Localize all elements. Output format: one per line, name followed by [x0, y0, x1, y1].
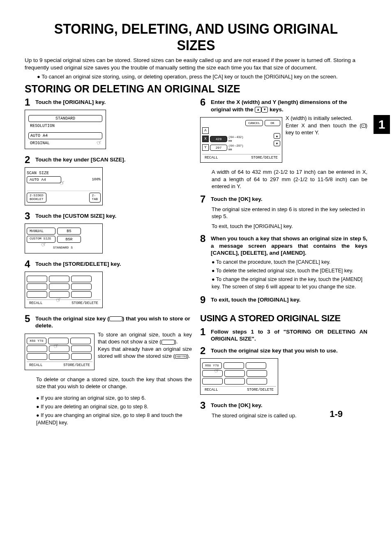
store-delete-label[interactable]: STORE/DELETE: [63, 363, 90, 367]
two-tab-button[interactable]: 2-TAB: [89, 193, 101, 203]
slot-button[interactable]: [49, 353, 69, 360]
stored-key-example: X68 Y78: [175, 355, 187, 359]
up-arrow-button[interactable]: ▲: [274, 133, 280, 139]
slot-button[interactable]: [70, 338, 91, 344]
blank-key-icon: [161, 340, 175, 345]
slot-button[interactable]: [71, 276, 92, 282]
a-box: A: [202, 127, 209, 134]
step-2-screen: SCAN SIZE AUTO A4 100% ☞ 2-SIDEDBOOKLET …: [25, 167, 103, 205]
u3-body: The stored original size is called up.: [212, 412, 367, 419]
b5-button[interactable]: B5: [57, 228, 81, 235]
stored-slot-button[interactable]: X68 Y78: [202, 362, 222, 369]
slot-button[interactable]: [49, 283, 69, 290]
u1-title: Follow steps 1 to 3 of "STORING OR DELET…: [211, 327, 367, 343]
ok-button[interactable]: OK: [265, 120, 280, 126]
slot-button[interactable]: [247, 370, 267, 377]
step-7-body1: The original size entered in step 6 is s…: [212, 206, 367, 220]
y-value: 297: [210, 145, 227, 151]
step-5-bul3: If you are changing an original size, go…: [36, 412, 192, 426]
recall-label[interactable]: RECALL: [29, 363, 42, 367]
resolution-label: RESOLUTION: [28, 124, 102, 131]
u3-title: Touch the [OK] key.: [211, 401, 263, 409]
recall-label[interactable]: RECALL: [205, 388, 218, 392]
step-7-number: 7: [200, 194, 208, 204]
step-6-title: Enter the X (width) and Y (length) dimen…: [211, 97, 367, 113]
step-7-title: Touch the [OK] key.: [211, 194, 263, 203]
step-5-title: Touch the original size key () that you …: [35, 314, 192, 329]
section-b-title: USING A STORED ORIGINAL SIZE: [200, 313, 367, 324]
step-1-screen: STANDARD RESOLUTION AUTO A4 ORIGINAL ☞: [25, 110, 106, 149]
step-3-screen: MANUAL B5 CUSTOM SIZE B5R STANDARD S ☞: [25, 223, 103, 253]
step-2-title: Touch the key under [SCAN SIZE].: [35, 155, 126, 164]
u2-screen: X68 Y78 RECALL STORE/DELETE ☞: [200, 358, 278, 395]
step-8-title: When you touch a key that shows an origi…: [211, 234, 367, 257]
percent-label: 100%: [92, 177, 101, 182]
chapter-tab: 1: [374, 115, 390, 134]
two-sided-button[interactable]: 2-SIDEDBOOKLET: [27, 193, 46, 203]
original-label: ORIGINAL: [28, 141, 102, 145]
step-8-number: 8: [200, 234, 208, 244]
b5r-button[interactable]: B5R: [57, 236, 81, 243]
slot-button[interactable]: [27, 345, 47, 352]
recall-label[interactable]: RECALL: [205, 156, 218, 160]
down-arrow-button[interactable]: ▼: [274, 140, 280, 146]
slot-button[interactable]: [27, 276, 47, 282]
scan-size-label: SCAN SIZE: [27, 171, 101, 175]
x-range: (64～432)mm: [228, 135, 243, 143]
cancel-button[interactable]: CANCEL: [245, 120, 263, 126]
stored-slot-button[interactable]: X68 Y78: [27, 338, 46, 344]
intro-paragraph: Up to 9 special original sizes can be st…: [25, 57, 367, 71]
slot-button[interactable]: [49, 276, 69, 282]
x-box[interactable]: X: [202, 136, 209, 142]
step-6-number: 6: [200, 97, 208, 107]
u1-number: 1: [200, 327, 208, 337]
auto-a4-button[interactable]: AUTO A4: [27, 176, 61, 183]
up-arrow-icon: ▲: [255, 107, 261, 113]
step-3-number: 3: [25, 211, 32, 221]
slot-button[interactable]: [202, 378, 223, 385]
u2-number: 2: [200, 346, 208, 356]
standard-label: STANDARD: [28, 115, 102, 122]
standard-s-label: STANDARD S: [53, 244, 73, 249]
slot-button[interactable]: [48, 338, 69, 344]
step-5-screen: X68 Y78 RECALL STORE/DELETE ☞: [25, 334, 95, 370]
y-range: (64～297)mm: [228, 144, 243, 151]
store-delete-label[interactable]: STORE/DELETE: [247, 388, 274, 392]
step-4-number: 4: [25, 259, 32, 269]
step-1-number: 1: [25, 97, 32, 107]
step-2-number: 2: [25, 155, 32, 165]
store-delete-label[interactable]: STORE/DELETE: [71, 301, 98, 305]
slot-button[interactable]: [224, 378, 245, 385]
slot-button[interactable]: [246, 362, 266, 369]
step-8-bul2: To delete the selected original size, to…: [212, 267, 367, 274]
x-value: 420: [210, 136, 227, 142]
slot-button[interactable]: [71, 283, 92, 290]
down-arrow-icon: ▼: [261, 107, 268, 113]
step-6-screen: CANCEL OK A X 420 (64～432)mm Y: [200, 117, 282, 163]
manual-button[interactable]: MANUAL: [27, 228, 55, 235]
slot-button[interactable]: [27, 283, 47, 290]
slot-button[interactable]: [224, 370, 245, 377]
u2-title: Touch the original size key that you wis…: [211, 346, 338, 355]
slot-button[interactable]: [27, 291, 47, 298]
y-key-icon: Y: [362, 124, 366, 128]
u3-number: 3: [200, 401, 208, 410]
step-9-number: 9: [200, 295, 208, 305]
slot-button[interactable]: [71, 353, 92, 360]
step-7-body2: To exit, touch the [ORIGINAL] key.: [212, 223, 367, 230]
step-5-bul1: If you are storing an original size, go …: [36, 394, 192, 402]
section-a-title: STORING OR DELETING AN ORIGINAL SIZE: [25, 83, 367, 95]
y-box[interactable]: Y: [202, 144, 209, 151]
store-delete-label[interactable]: STORE/DELETE: [251, 156, 278, 160]
slot-button[interactable]: [71, 345, 92, 352]
step-6-body3: A width of 64 to 432 mm (2-1/2 to 17 inc…: [212, 169, 367, 189]
slot-button[interactable]: [247, 378, 267, 385]
step-9-title: To exit, touch the [ORIGINAL] key.: [211, 295, 301, 304]
step-5-number: 5: [25, 314, 32, 324]
slot-button[interactable]: [27, 353, 47, 360]
step-3-title: Touch the [CUSTOM SIZE] key.: [35, 211, 116, 220]
slot-button[interactable]: [224, 362, 244, 369]
recall-label[interactable]: RECALL: [29, 301, 42, 305]
slot-button[interactable]: [71, 291, 92, 298]
step-5-body1: To store an original size, touch a key t…: [98, 332, 192, 345]
